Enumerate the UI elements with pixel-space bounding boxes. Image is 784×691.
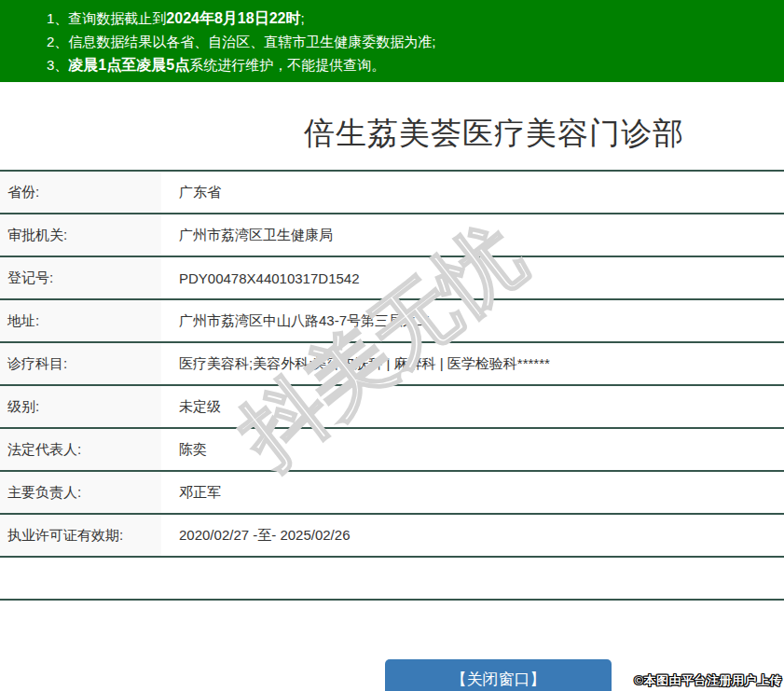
row-label: 诊疗科目: bbox=[0, 342, 161, 385]
cell-gap bbox=[161, 514, 179, 557]
cell-gap bbox=[161, 471, 179, 514]
query-result-page: 1、查询数据截止到2024年8月18日22时; 2、信息数据结果以各省、自治区、… bbox=[0, 0, 784, 691]
row-value: 广州市荔湾区中山八路43-7号第三层之二 bbox=[179, 299, 784, 342]
row-label: 主要负责人: bbox=[0, 471, 161, 514]
row-value: 邓正军 bbox=[179, 471, 784, 514]
row-value: PDY00478X44010317D1542 bbox=[179, 256, 784, 299]
cell-gap bbox=[161, 299, 179, 342]
row-value: 医疗美容科;美容外科;美容皮肤科 | 麻醉科 | 医学检验科****** bbox=[179, 342, 784, 385]
table-row: 执业许可证有效期: 2020/02/27 -至- 2025/02/26 bbox=[0, 514, 784, 557]
row-value: 广州市荔湾区卫生健康局 bbox=[179, 214, 784, 256]
notice-item: 2、信息数据结果以各省、自治区、直辖市卫生健康委数据为准; bbox=[47, 30, 784, 53]
table-empty-row bbox=[0, 557, 784, 600]
table-row: 地址: 广州市荔湾区中山八路43-7号第三层之二 bbox=[0, 299, 784, 342]
cell-gap bbox=[161, 557, 179, 600]
close-window-button[interactable]: 【关闭窗口】 bbox=[385, 659, 612, 691]
cell-gap bbox=[161, 256, 179, 299]
row-label: 省份: bbox=[0, 171, 161, 214]
table-row: 诊疗科目: 医疗美容科;美容外科;美容皮肤科 | 麻醉科 | 医学检验科****… bbox=[0, 342, 784, 385]
cell-gap bbox=[161, 214, 179, 256]
row-label bbox=[0, 557, 161, 600]
page-title: 倍生荔美荟医疗美容门诊部 bbox=[205, 113, 783, 155]
copyright-watermark: ©本图由平台注册用户上传 bbox=[634, 672, 782, 689]
cell-gap bbox=[161, 171, 179, 214]
cell-gap bbox=[161, 428, 179, 471]
table-row: 审批机关: 广州市荔湾区卫生健康局 bbox=[0, 214, 784, 256]
row-value bbox=[179, 557, 784, 600]
row-value: 未定级 bbox=[179, 385, 784, 428]
table-row: 法定代表人: 陈奕 bbox=[0, 428, 784, 471]
row-label: 审批机关: bbox=[0, 214, 161, 256]
notice-item: 3、凌晨1点至凌晨5点系统进行维护，不能提供查询。 bbox=[47, 53, 784, 76]
row-label: 地址: bbox=[0, 299, 161, 342]
cell-gap bbox=[161, 342, 179, 385]
row-label: 级别: bbox=[0, 385, 161, 428]
table-row: 省份: 广东省 bbox=[0, 171, 784, 214]
row-label: 法定代表人: bbox=[0, 428, 161, 471]
table-row: 登记号: PDY00478X44010317D1542 bbox=[0, 256, 784, 299]
row-label: 登记号: bbox=[0, 256, 161, 299]
table-row: 级别: 未定级 bbox=[0, 385, 784, 428]
notice-banner: 1、查询数据截止到2024年8月18日22时; 2、信息数据结果以各省、自治区、… bbox=[0, 0, 784, 82]
row-value: 2020/02/27 -至- 2025/02/26 bbox=[179, 514, 784, 557]
info-table: 省份: 广东省 审批机关: 广州市荔湾区卫生健康局 登记号: PDY00478X… bbox=[0, 170, 784, 601]
table-row: 主要负责人: 邓正军 bbox=[0, 471, 784, 514]
cell-gap bbox=[161, 385, 179, 428]
notice-item: 1、查询数据截止到2024年8月18日22时; bbox=[47, 7, 784, 30]
row-value: 陈奕 bbox=[179, 428, 784, 471]
row-label: 执业许可证有效期: bbox=[0, 514, 161, 557]
row-value: 广东省 bbox=[179, 171, 784, 214]
